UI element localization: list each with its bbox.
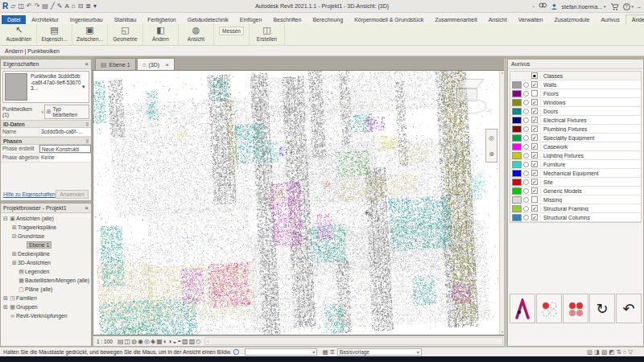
tree-item-grundrisse[interactable]: ⊟Grundrisse <box>1 232 91 241</box>
ribbon-tab-berechnung[interactable]: Berechnung <box>307 15 349 24</box>
design-options-icon[interactable]: ≣ <box>329 348 334 356</box>
tree-item-tragwerkspläne[interactable]: ⊞Tragwerkspläne <box>1 223 91 232</box>
project-browser-close-icon[interactable]: × <box>85 204 89 212</box>
tree-toggle-icon[interactable]: ⊞ <box>2 304 9 311</box>
element-filter-dropdown[interactable]: Punktwolken (1) ∨ <box>2 106 44 117</box>
class-radio[interactable] <box>523 197 529 203</box>
class-radio[interactable] <box>523 82 529 88</box>
apply-button[interactable]: Anwenden <box>56 190 89 199</box>
tree-item-legenden[interactable]: ▤Legenden <box>1 267 91 276</box>
point-cloud-canvas[interactable] <box>93 71 500 335</box>
minimize-icon[interactable]: – <box>638 4 641 10</box>
tree-toggle-icon[interactable]: ⊞ <box>11 260 18 266</box>
class-radio[interactable] <box>523 109 529 114</box>
class-color-swatch[interactable] <box>512 108 522 115</box>
view-control-icon[interactable]: ▧ <box>182 338 188 345</box>
class-color-swatch[interactable] <box>512 90 522 97</box>
view-control-icon[interactable]: ◑ <box>168 338 172 345</box>
class-radio[interactable] <box>523 144 529 150</box>
erstellen-button[interactable]: ◫Erstellen <box>250 24 285 45</box>
property-value[interactable]: Keine <box>39 154 91 162</box>
class-radio[interactable] <box>523 179 529 185</box>
design-options-dropdown[interactable]: Basisvorlage▾ <box>337 348 422 356</box>
ribbon-tab-ansicht[interactable]: Ansicht <box>483 15 513 24</box>
ribbon-tab-fertigbeton[interactable]: Fertigbeton <box>142 15 181 24</box>
eigensch--button[interactable]: ▤Eigensch... <box>37 24 72 45</box>
view-tab-ebene-1[interactable]: ▤Ebene 1 <box>95 58 136 70</box>
selection-filter-icon[interactable]: ▧ <box>601 348 607 356</box>
qat-dropdown-icon[interactable]: ▾ <box>93 2 97 10</box>
class-radio[interactable] <box>523 206 529 212</box>
tree-toggle-icon[interactable]: ⊞ <box>11 224 18 231</box>
class-checkbox[interactable]: ✓ <box>531 161 538 167</box>
class-color-swatch[interactable] <box>512 143 522 150</box>
drawing-area[interactable]: ◎ ⊕ ✳ ˄˅ <box>93 70 506 335</box>
undo-button[interactable]: ↶ <box>616 294 642 323</box>
class-checkbox[interactable]: ✓ <box>531 134 538 141</box>
ribbon-tab-datei[interactable]: Datei <box>2 15 26 24</box>
class-color-swatch[interactable] <box>512 187 522 195</box>
class-color-swatch[interactable] <box>512 99 522 106</box>
class-checkbox[interactable]: ✓ <box>531 214 538 220</box>
class-color-swatch[interactable] <box>512 125 522 133</box>
ribbon-tab--ndern-punktwolken[interactable]: Ändern | Punktwolken <box>625 14 644 24</box>
selection-filter-icon[interactable]: ▽ <box>628 348 633 356</box>
ribbon-tab-einf-gen[interactable]: Einfügen <box>234 15 268 24</box>
class-checkbox[interactable]: ✓ <box>531 143 538 150</box>
search-icon[interactable] <box>539 2 547 10</box>
class-checkbox[interactable]: ✓ <box>531 152 538 158</box>
undo-icon[interactable]: ↶ <box>27 2 32 10</box>
open-icon[interactable]: ▱ <box>10 2 15 10</box>
section-header[interactable]: Phasen‖ <box>1 137 91 145</box>
class-checkbox[interactable]: ✓ <box>531 117 538 123</box>
navigation-bar[interactable]: ◎ ⊕ <box>485 129 497 162</box>
steering-wheel-icon[interactable]: ◎ <box>489 134 494 142</box>
class-color-swatch[interactable] <box>512 134 522 142</box>
class-radio[interactable] <box>523 100 529 105</box>
worksets-dropdown[interactable]: ▾ <box>245 348 317 356</box>
class-checkbox[interactable]: ✓ <box>531 179 538 185</box>
thin-lines-icon[interactable]: ≣ <box>85 2 91 10</box>
paint-points-button[interactable] <box>563 294 588 323</box>
selection-filter-icon[interactable]: ▥ <box>587 348 592 356</box>
class-color-swatch[interactable] <box>512 205 522 212</box>
text-icon[interactable]: A <box>64 2 68 10</box>
auswählen-button[interactable]: ↖Auswählen <box>2 24 37 45</box>
aurivus-logo-button[interactable] <box>510 294 535 323</box>
worksets-icon[interactable]: ▦ <box>322 348 328 356</box>
class-checkbox[interactable] <box>531 90 538 97</box>
class-color-swatch[interactable] <box>512 170 522 177</box>
class-radio[interactable] <box>523 126 529 132</box>
ribbon-tab-zusatzmodule[interactable]: Zusatzmodule <box>548 15 595 24</box>
class-checkbox[interactable]: ✓ <box>531 170 538 176</box>
help-menu[interactable]: ? ▾ <box>623 3 634 10</box>
property-value[interactable]: Neue Konstrukti <box>39 145 91 153</box>
class-color-swatch[interactable] <box>512 81 522 88</box>
ansicht-button[interactable]: ◍Ansicht <box>179 24 214 45</box>
class-color-swatch[interactable] <box>512 196 522 204</box>
view-control-icon[interactable]: ◓ <box>177 338 181 345</box>
print-icon[interactable]: ▤ <box>42 2 48 10</box>
properties-close-icon[interactable]: × <box>85 60 89 68</box>
cart-icon[interactable] <box>610 3 619 10</box>
tree-item-deckenpläne[interactable]: ⊞Deckenpläne <box>1 249 91 258</box>
account-menu[interactable]: stefan.hoerma... ▾ <box>562 4 606 10</box>
class-color-swatch[interactable] <box>512 179 522 186</box>
tree-item-3d-ansichten[interactable]: ⊞3D-Ansichten <box>1 258 91 267</box>
ribbon-tab-stahlbau[interactable]: Stahlbau <box>109 15 142 24</box>
class-checkbox[interactable] <box>531 196 538 203</box>
ribbon-tab-ingenieurbau[interactable]: Ingenieurbau <box>64 15 109 24</box>
class-checkbox[interactable]: ✓ <box>531 187 538 194</box>
property-value[interactable]: 3cddd5db-ca6f-... <box>39 128 91 136</box>
view-control-icon[interactable]: ◒ <box>172 338 176 345</box>
horizontal-scrollbar[interactable]: ‹ <box>204 337 503 345</box>
tree-item-familien[interactable]: ⊞◳Familien <box>1 294 91 302</box>
view-control-icon[interactable]: ◎ <box>144 338 150 345</box>
ändern-button[interactable]: ◧Ändern <box>143 24 179 45</box>
view-control-icon[interactable]: ◈ <box>151 338 155 345</box>
revit-logo[interactable]: R <box>2 2 8 10</box>
select-all-checkbox[interactable]: ■ <box>531 72 538 79</box>
ribbon-tab-architektur[interactable]: Architektur <box>26 15 64 24</box>
view-control-icon[interactable]: ◉ <box>138 338 143 345</box>
tree-toggle-icon[interactable]: ⊞ <box>2 295 9 302</box>
